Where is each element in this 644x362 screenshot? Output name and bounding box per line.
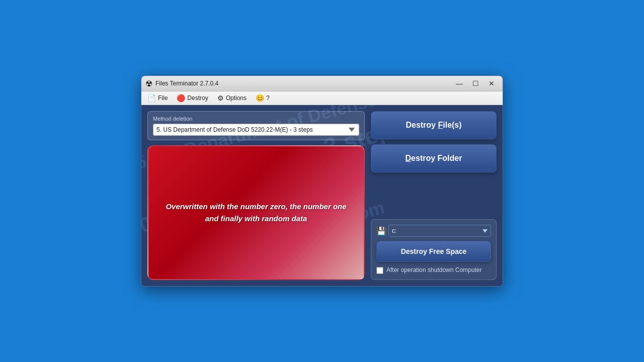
maximize-button[interactable]: ☐ [468, 78, 482, 89]
drive-select[interactable]: c: d: e: f: [388, 225, 491, 237]
menu-help[interactable]: 😊 ? [252, 93, 274, 104]
menu-options[interactable]: ⚙ Options [213, 93, 251, 104]
close-button[interactable]: ✕ [485, 78, 499, 89]
destroy-menu-label: Destroy [187, 95, 208, 102]
shutdown-option-area: After operation shutdown Computer [376, 266, 491, 275]
drive-icon: 💾 [376, 226, 386, 236]
destroy-free-space-button[interactable]: Destroy Free Space [376, 241, 491, 262]
window-title: Files Terminator 2.7.0.4 [155, 80, 218, 87]
help-menu-label: ? [266, 95, 270, 102]
destroy-folder-button[interactable]: Destroy Folder [371, 144, 497, 172]
file-menu-label: File [158, 95, 168, 102]
shutdown-checkbox[interactable] [376, 267, 383, 274]
application-window: ☢ Files Terminator 2.7.0.4 — ☐ ✕ 📄 File … [141, 75, 503, 287]
menu-destroy[interactable]: 🔴 Destroy [173, 93, 212, 104]
destroy-files-button[interactable]: Destroy File(s) [371, 111, 497, 139]
menu-file[interactable]: 📄 File [143, 93, 172, 104]
left-panel: Method deletion 1. One pass zeros 2. One… [147, 111, 365, 280]
free-space-section: 💾 c: d: e: f: Destroy Free Space After o… [371, 219, 497, 280]
window-controls: — ☐ ✕ [452, 78, 499, 89]
drive-select-wrapper: 💾 c: d: e: f: [376, 225, 491, 237]
options-menu-icon: ⚙ [217, 94, 224, 102]
description-box: Overwritten with the number zero, the nu… [147, 145, 365, 280]
content-area: 5. US Department of Defense DoD 5220.22-… [141, 105, 503, 286]
app-icon: ☢ [145, 79, 152, 88]
title-bar: ☢ Files Terminator 2.7.0.4 — ☐ ✕ [141, 76, 503, 92]
method-deletion-select[interactable]: 1. One pass zeros 2. One pass random 3. … [153, 124, 359, 136]
destroy-menu-icon: 🔴 [177, 94, 185, 102]
options-menu-label: Options [226, 95, 247, 102]
right-panel: Destroy File(s) Destroy Folder 💾 c: d: e… [371, 111, 497, 280]
description-text: Overwritten with the number zero, the nu… [158, 201, 354, 225]
file-menu-icon: 📄 [147, 94, 156, 102]
method-deletion-container: Method deletion 1. One pass zeros 2. One… [147, 111, 365, 140]
minimize-button[interactable]: — [452, 78, 466, 89]
title-bar-left: ☢ Files Terminator 2.7.0.4 [145, 79, 218, 88]
help-menu-icon: 😊 [256, 94, 264, 102]
method-deletion-label: Method deletion [153, 116, 359, 122]
menu-bar: 📄 File 🔴 Destroy ⚙ Options 😊 ? [141, 92, 503, 105]
shutdown-label[interactable]: After operation shutdown Computer [386, 266, 481, 275]
